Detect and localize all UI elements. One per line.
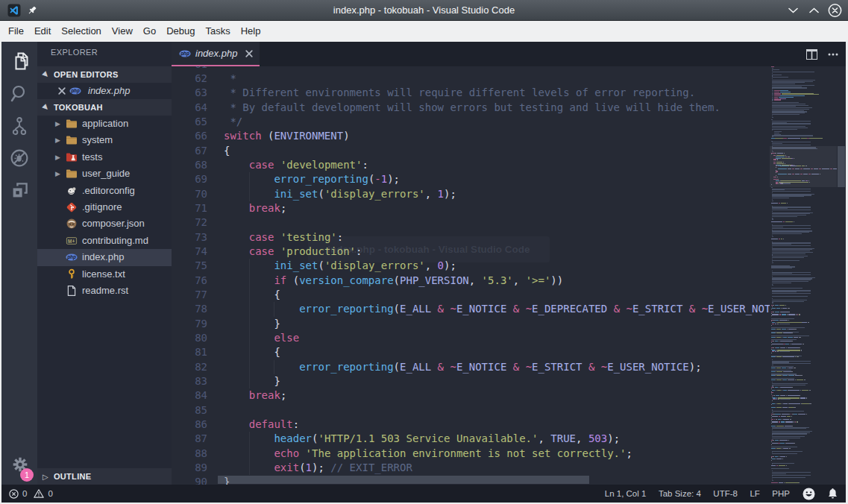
vertical-scrollbar[interactable]	[837, 66, 846, 485]
tab-close-icon[interactable]	[245, 49, 254, 58]
error-count: 0	[22, 489, 27, 498]
key-icon	[66, 268, 78, 280]
code-line-71: break;	[224, 201, 286, 215]
title-bar: index.php - tokobuah - Visual Studio Cod…	[0, 0, 848, 21]
code-line-77: {	[224, 288, 280, 302]
warning-count: 0	[48, 489, 52, 498]
horizontal-scrollbar-thumb[interactable]	[218, 476, 589, 484]
open-editor-index.php[interactable]: phpindex.php	[37, 83, 172, 99]
tree-item-application[interactable]: ▶application	[37, 116, 172, 132]
feedback-smiley-icon[interactable]	[803, 488, 815, 500]
tree-item-user_guide[interactable]: ▶user_guide	[37, 166, 172, 182]
eol-sequence[interactable]: LF	[750, 489, 759, 498]
status-bar: 0 0 Ln 1, Col 1 Tab Size: 4 UTF-8 LF PHP	[0, 485, 848, 503]
tree-item-label: .gitignore	[82, 199, 122, 215]
tree-item-readme.rst[interactable]: readme.rst	[37, 283, 172, 299]
tree-item-label: .editorconfig	[82, 183, 135, 199]
minimap-slider[interactable]	[770, 146, 837, 188]
line-number: 66	[172, 129, 207, 143]
language-mode[interactable]: PHP	[772, 489, 790, 498]
activity-extensions[interactable]	[1, 174, 37, 207]
tree-item-tests[interactable]: ▶tests	[37, 149, 172, 166]
error-icon	[9, 489, 19, 499]
menu-edit[interactable]: Edit	[29, 21, 56, 42]
tree-item-label: application	[82, 116, 128, 132]
indent-guide	[249, 187, 250, 201]
code-line-80: else	[224, 331, 299, 345]
code-editor[interactable]: 6162636465666768697071727374757677787980…	[172, 66, 846, 485]
menu-selection[interactable]: Selection	[56, 21, 106, 42]
line-number: 73	[172, 230, 207, 245]
menu-help[interactable]: Help	[236, 21, 266, 42]
close-editor-icon[interactable]	[57, 86, 66, 95]
warning-icon	[34, 489, 44, 498]
tree-item-editorconfig[interactable]: .editorconfig	[37, 183, 172, 199]
menu-tasks[interactable]: Tasks	[200, 21, 235, 42]
more-actions-icon[interactable]	[828, 53, 838, 56]
code-line-62: *	[224, 72, 236, 86]
indent-guide	[249, 259, 250, 273]
tree-item-index.php[interactable]: phpindex.php	[37, 249, 172, 265]
line-number: 78	[172, 302, 207, 316]
tab-index-php[interactable]: php index.php	[172, 42, 260, 66]
code-line-84: break;	[224, 388, 286, 403]
line-number: 84	[172, 388, 207, 403]
tree-item-gitignore[interactable]: .gitignore	[37, 199, 172, 215]
tree-item-composer.json[interactable]: composer.json	[37, 215, 172, 232]
line-number: 90	[172, 475, 207, 485]
tab-bar: php index.php	[172, 42, 846, 66]
line-number: 80	[172, 331, 207, 345]
open-editors-section-header[interactable]: ▶OPEN EDITORS	[37, 66, 172, 83]
outline-header-label: OUTLINE	[54, 472, 91, 481]
svg-text:php: php	[70, 88, 80, 94]
window-title: index.php - tokobuah - Visual Studio Cod…	[0, 0, 848, 21]
code-content: * * * Different environments will requir…	[224, 66, 770, 485]
svg-text:php: php	[66, 255, 76, 261]
indent-guide	[249, 172, 250, 186]
tab-label: index.php	[195, 42, 237, 65]
tree-item-system[interactable]: ▶system	[37, 132, 172, 148]
code-line-70: ini_set('display_errors', 1);	[224, 187, 456, 201]
indentation[interactable]: Tab Size: 4	[659, 489, 701, 498]
tree-item-label: user_guide	[82, 166, 130, 182]
folder-test-icon	[66, 151, 78, 163]
code-line-87: header('HTTP/1.1 503 Service Unavailable…	[224, 432, 620, 446]
code-line-63: * Different environments will require di…	[224, 86, 695, 100]
vertical-scrollbar-thumb[interactable]	[838, 146, 845, 188]
svg-text:M: M	[68, 238, 72, 243]
activity-search[interactable]	[1, 78, 37, 110]
sidebar-explorer: EXPLORER ▶OPEN EDITORS phpindex.php ▶TOK…	[37, 42, 172, 485]
minimap[interactable]	[770, 66, 837, 485]
problems-indicator[interactable]: 0 0	[9, 489, 53, 499]
line-number: 68	[172, 158, 207, 172]
indent-guide	[249, 317, 250, 331]
menu-go[interactable]: Go	[138, 21, 161, 42]
minimize-button[interactable]	[786, 4, 800, 18]
activity-explorer[interactable]	[1, 45, 37, 77]
split-editor-icon[interactable]	[806, 49, 817, 60]
cursor-position[interactable]: Ln 1, Col 1	[605, 489, 647, 498]
open-editors-list: phpindex.php	[37, 83, 172, 99]
settings-badge: 1	[20, 468, 34, 482]
folder-section-header[interactable]: ▶TOKOBUAH	[37, 99, 172, 116]
close-button[interactable]	[828, 4, 842, 18]
indent-guide	[249, 274, 250, 288]
notifications-bell-icon[interactable]	[827, 488, 838, 500]
menu-view[interactable]: View	[107, 21, 138, 42]
activity-debug[interactable]	[1, 142, 37, 174]
outline-section-header[interactable]: ▷OUTLINE	[37, 468, 172, 485]
horizontal-scrollbar[interactable]	[218, 476, 770, 484]
maximize-button[interactable]	[807, 4, 821, 18]
line-number: 62	[172, 72, 207, 86]
activity-source-control[interactable]	[1, 110, 37, 142]
chevron-collapsed-icon: ▷	[43, 469, 50, 485]
vscode-window: index.php - tokobuah - Visual Studio Cod…	[0, 0, 848, 504]
encoding[interactable]: UTF-8	[713, 489, 738, 498]
menu-file[interactable]: File	[3, 21, 29, 42]
chevron-right-icon: ▶	[55, 168, 63, 179]
code-line-86: default:	[224, 418, 299, 432]
tree-item-license.txt[interactable]: license.txt	[37, 266, 172, 283]
tree-item-contributing.md[interactable]: Mcontributing.md	[37, 233, 172, 249]
code-line-79: }	[224, 317, 280, 331]
menu-debug[interactable]: Debug	[161, 21, 200, 42]
